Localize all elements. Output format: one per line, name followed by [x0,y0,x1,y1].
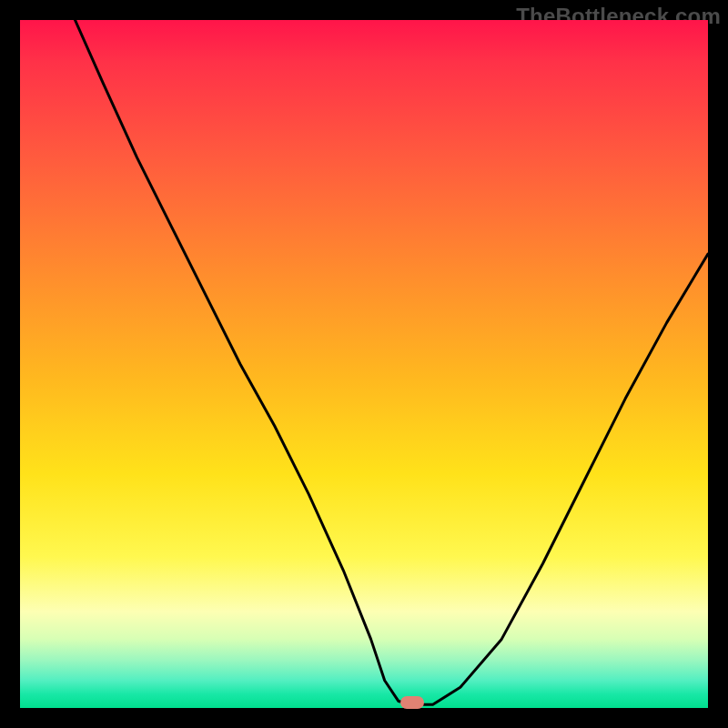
plot-area [20,20,708,708]
valley-marker [400,696,424,709]
bottleneck-curve [20,20,708,708]
curve-path [75,20,708,704]
chart-frame: TheBottleneck.com [0,0,728,728]
